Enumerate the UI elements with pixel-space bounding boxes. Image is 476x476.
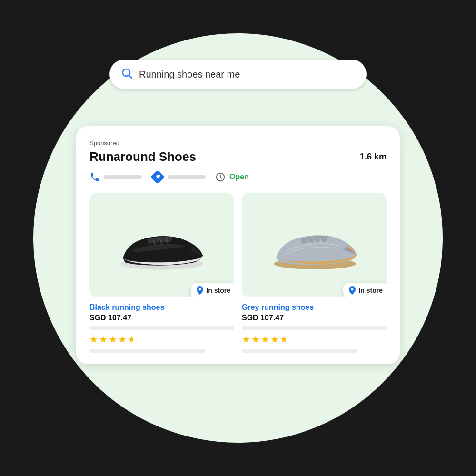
phone-item[interactable] [89, 172, 142, 182]
product-title-grey: Grey running shoes [242, 303, 387, 312]
product-price-line-black [89, 326, 234, 330]
store-header: Runaround Shoes 1.6 km [89, 149, 387, 164]
product-review-line-grey [242, 349, 357, 353]
search-query-text: Running shoes near me [139, 69, 240, 80]
product-review-line-black [89, 349, 205, 353]
in-store-label-grey: In store [358, 287, 383, 294]
grey-shoe-svg [267, 209, 362, 281]
in-store-badge-black: In store [191, 283, 234, 298]
product-title-black: Black running shoes [89, 303, 234, 312]
product-card-grey[interactable]: In store Grey running shoes SGD 107.47 ★… [242, 193, 387, 353]
svg-line-1 [129, 75, 132, 78]
store-info-row: Open [89, 171, 387, 183]
sponsored-label: Sponsored [89, 139, 387, 147]
background-circle: Running shoes near me Sponsored Runaroun… [33, 33, 443, 443]
phone-icon [89, 172, 100, 182]
pin-icon-grey [349, 286, 356, 295]
hours-item[interactable]: Open [215, 172, 249, 182]
store-name: Runaround Shoes [89, 149, 196, 164]
product-price-grey: SGD 107.47 [242, 314, 387, 322]
in-store-label-black: In store [206, 287, 230, 294]
open-status: Open [229, 173, 249, 181]
direction-redacted [168, 175, 206, 179]
product-price-line-grey [242, 326, 387, 330]
product-card-black[interactable]: In store Black running shoes SGD 107.47 … [89, 193, 234, 353]
search-bar[interactable]: Running shoes near me [109, 60, 367, 89]
phone-redacted [104, 175, 142, 179]
product-price-black: SGD 107.47 [89, 314, 234, 322]
product-image-black: In store [89, 193, 234, 298]
search-icon [121, 67, 133, 81]
product-stars-black: ★ ★ ★ ★ ★ [89, 334, 234, 345]
store-card: Sponsored Runaround Shoes 1.6 km [76, 126, 400, 364]
clock-icon [215, 172, 226, 182]
store-distance: 1.6 km [360, 152, 387, 162]
product-image-grey: In store [242, 193, 387, 298]
direction-item[interactable] [151, 171, 206, 183]
product-stars-grey: ★ ★ ★ ★ ★ [242, 334, 387, 345]
in-store-badge-grey: In store [343, 283, 387, 298]
pin-icon-black [197, 286, 203, 295]
direction-icon [151, 171, 164, 183]
black-shoe-svg [114, 209, 209, 281]
products-grid: In store Black running shoes SGD 107.47 … [89, 193, 387, 353]
